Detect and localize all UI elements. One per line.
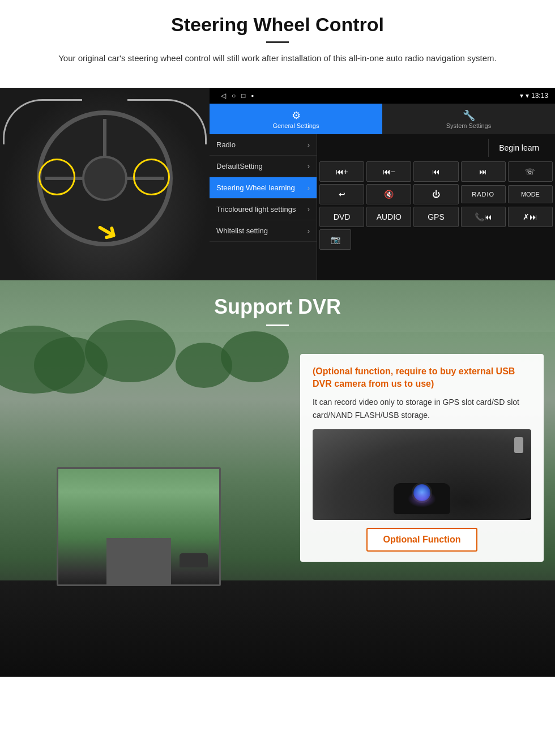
btn-hang-up[interactable]: ↩ <box>319 184 364 204</box>
menu-item-radio[interactable]: Radio › <box>210 134 317 156</box>
tab-general-label: General Settings <box>273 122 319 129</box>
chevron-right-icon: › <box>308 140 310 149</box>
control-row-2: ↩ 🔇 ⏻ RADIO MODE <box>319 184 553 204</box>
steering-subtitle: Your original car's steering wheel contr… <box>45 52 510 65</box>
btn-vol-down[interactable]: ⏮− <box>366 161 411 182</box>
usb-connector <box>514 437 523 453</box>
android-statusbar: ◁ ○ □ ▪ ▾ ▾ 13:13 <box>210 88 555 104</box>
btn-phone[interactable]: ☏ <box>508 161 553 182</box>
clock: 13:13 <box>531 92 548 100</box>
sw-highlight-right <box>133 159 170 195</box>
menu-default-label: DefaultSetting <box>216 162 263 170</box>
chevron-right-icon: › <box>308 162 310 170</box>
ui-screenshot: ➜ ◁ ○ □ ▪ ▾ ▾ 13:13 ⚙ General Settings <box>0 88 555 280</box>
dvr-section: Support DVR (Optional function, require … <box>0 280 555 677</box>
optional-function-button[interactable]: Optional Function <box>366 528 478 552</box>
btn-camera[interactable]: 📷 <box>319 229 351 250</box>
dvr-road <box>106 538 171 584</box>
chevron-right-icon: › <box>308 227 310 235</box>
menu-icon: ▪ <box>251 92 254 100</box>
wifi-icon: ▾ <box>526 92 529 100</box>
begin-learn-row: Begin learn <box>319 136 553 159</box>
back-icon: ◁ <box>221 92 226 100</box>
chevron-right-icon: › <box>308 183 310 192</box>
menu-item-steering-wheel[interactable]: Steering Wheel learning › <box>210 177 317 199</box>
tab-system-label: System Settings <box>446 122 491 129</box>
btn-mute-next[interactable]: ✗⏭ <box>508 207 553 227</box>
btn-audio[interactable]: AUDIO <box>366 207 411 227</box>
btn-next-track[interactable]: ⏭ <box>461 161 506 182</box>
sw-spoke-top <box>103 119 106 159</box>
tab-general-settings[interactable]: ⚙ General Settings <box>210 104 382 134</box>
menu-tricoloured-label: Tricoloured light settings <box>216 205 296 213</box>
sw-hub <box>82 156 127 201</box>
signal-icon: ▾ <box>520 92 523 100</box>
begin-learn-button[interactable]: Begin learn <box>488 139 549 157</box>
dvr-small-screen <box>57 467 221 586</box>
btn-prev-track[interactable]: ⏮ <box>413 161 458 182</box>
control-row-4: 📷 <box>319 229 553 250</box>
car-photo: ➜ <box>0 88 210 280</box>
btn-dvd[interactable]: DVD <box>319 207 364 227</box>
btn-gps[interactable]: GPS <box>413 207 458 227</box>
title-divider <box>266 41 289 43</box>
statusbar-nav-icons: ◁ ○ □ ▪ <box>216 92 518 100</box>
steering-section: Steering Wheel Control Your original car… <box>0 0 555 88</box>
menu-steering-label: Steering Wheel learning <box>216 183 295 192</box>
tab-system-settings[interactable]: 🔧 System Settings <box>382 104 555 134</box>
menu-whitelist-label: Whitelist setting <box>216 227 268 235</box>
btn-radio[interactable]: RADIO <box>461 185 506 203</box>
sw-highlight-left <box>39 159 75 195</box>
dvr-info-text: It can record video only to storage in G… <box>313 396 531 421</box>
menu-radio-label: Radio <box>216 140 236 149</box>
dvr-info-box: (Optional function, require to buy exter… <box>300 354 544 562</box>
control-row-1: ⏮+ ⏮− ⏮ ⏭ ☏ <box>319 161 553 182</box>
btn-phone-prev[interactable]: 📞⏮ <box>461 207 506 227</box>
menu-item-tricoloured[interactable]: Tricoloured light settings › <box>210 199 317 220</box>
dvr-car-silhouette <box>180 553 208 567</box>
lens-glow <box>408 490 436 507</box>
chevron-right-icon: › <box>308 205 310 213</box>
settings-gear-icon: ⚙ <box>214 109 378 122</box>
btn-mode[interactable]: MODE <box>508 185 553 203</box>
btn-mute[interactable]: 🔇 <box>366 184 411 204</box>
btn-power[interactable]: ⏻ <box>413 184 458 204</box>
android-content-area: Radio › DefaultSetting › Steering Wheel … <box>210 134 555 280</box>
tree-blob-5 <box>221 331 289 382</box>
dvr-dashboard <box>0 580 555 677</box>
dvr-camera-image <box>313 429 531 520</box>
steering-wheel-buttons-area: Begin learn ⏮+ ⏮− ⏮ ⏭ ☏ ↩ 🔇 ⏻ RADIO MODE <box>317 134 555 280</box>
dvr-heading-area: Support DVR <box>0 280 555 332</box>
system-icon: 🔧 <box>387 109 550 122</box>
menu-item-whitelist[interactable]: Whitelist setting › <box>210 220 317 242</box>
settings-menu: Radio › DefaultSetting › Steering Wheel … <box>210 134 317 280</box>
recents-icon: □ <box>241 92 245 100</box>
menu-item-default-setting[interactable]: DefaultSetting › <box>210 156 317 177</box>
btn-vol-up[interactable]: ⏮+ <box>319 161 364 182</box>
dvr-info-title: (Optional function, require to buy exter… <box>313 365 531 391</box>
dvr-title: Support DVR <box>0 295 555 319</box>
camera-cable <box>420 518 531 520</box>
control-row-3: DVD AUDIO GPS 📞⏮ ✗⏭ <box>319 207 553 227</box>
dvr-title-divider <box>266 324 289 326</box>
home-icon: ○ <box>232 92 236 100</box>
statusbar-status: ▾ ▾ 13:13 <box>520 92 548 100</box>
steering-title: Steering Wheel Control <box>23 14 532 36</box>
android-ui-panel: ◁ ○ □ ▪ ▾ ▾ 13:13 ⚙ General Settings 🔧 S… <box>210 88 555 280</box>
optional-function-area: Optional Function <box>313 528 531 552</box>
android-tabs: ⚙ General Settings 🔧 System Settings <box>210 104 555 134</box>
